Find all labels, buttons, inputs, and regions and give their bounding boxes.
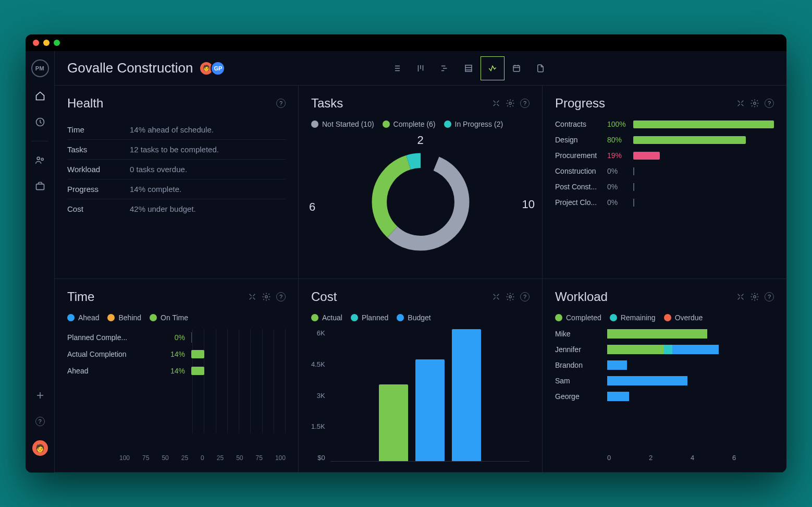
- gear-icon[interactable]: [506, 99, 515, 108]
- window-close-icon[interactable]: [33, 40, 39, 46]
- tasks-donut-chart: 2 6 10: [311, 136, 530, 268]
- help-icon[interactable]: ?: [765, 292, 774, 301]
- legend-label: In Progress (2): [455, 120, 503, 128]
- workload-name: Sam: [555, 377, 607, 385]
- legend-item[interactable]: Ahead: [67, 313, 99, 322]
- legend-item[interactable]: In Progress (2): [444, 120, 503, 128]
- add-icon[interactable]: [33, 388, 47, 403]
- gear-icon[interactable]: [506, 292, 515, 301]
- board-view-icon[interactable]: [409, 56, 433, 80]
- legend-item[interactable]: Actual: [311, 313, 342, 322]
- gantt-view-icon[interactable]: [433, 56, 457, 80]
- card-title: Health: [67, 96, 276, 111]
- app-window: PM ? 🧑 Go: [26, 34, 786, 473]
- workload-segment: [607, 376, 687, 385]
- workload-segment: [607, 392, 629, 401]
- workload-name: Brandon: [555, 361, 607, 369]
- progress-row: Procurement19%: [555, 151, 774, 160]
- axis-tick: 1.5K: [311, 422, 325, 430]
- user-avatar[interactable]: 🧑: [32, 440, 48, 456]
- help-icon[interactable]: ?: [276, 99, 286, 108]
- cost-bar-planned: [415, 359, 445, 461]
- health-row: Time14% ahead of schedule.: [67, 120, 286, 140]
- legend-label: On Time: [161, 313, 188, 322]
- time-label: Actual Completion: [67, 350, 156, 358]
- legend-item[interactable]: Budget: [397, 313, 430, 322]
- member-avatar[interactable]: GP: [211, 61, 225, 76]
- cost-bar-budget: [452, 329, 481, 461]
- legend-item[interactable]: Remaining: [610, 313, 656, 322]
- legend-dot-icon: [351, 314, 358, 321]
- health-row: Tasks12 tasks to be completed.: [67, 140, 286, 160]
- help-icon[interactable]: ?: [276, 292, 286, 301]
- legend-item[interactable]: Completed: [555, 313, 601, 322]
- workload-name: Jennifer: [555, 345, 607, 354]
- expand-icon[interactable]: [492, 293, 500, 301]
- sheet-view-icon[interactable]: [457, 56, 481, 80]
- window-maximize-icon[interactable]: [54, 40, 60, 46]
- tasks-card: Tasks ? Not Started (10)Complete (6)In P…: [299, 86, 543, 279]
- axis-tick: 4: [691, 454, 732, 462]
- legend-item[interactable]: Planned: [351, 313, 388, 322]
- progress-name: Project Clo...: [555, 198, 607, 207]
- gear-icon[interactable]: [750, 99, 759, 108]
- legend-dot-icon: [67, 314, 75, 321]
- progress-card: Progress ? Contracts100%Design80%Procure…: [543, 86, 786, 279]
- gear-icon[interactable]: [750, 292, 759, 301]
- workload-row: Brandon: [555, 360, 774, 370]
- help-icon[interactable]: ?: [765, 99, 774, 108]
- member-avatars[interactable]: 🧑 GP: [202, 61, 225, 76]
- project-title: Govalle Construction: [67, 60, 193, 76]
- files-view-icon[interactable]: [528, 56, 552, 80]
- portfolio-icon[interactable]: [33, 179, 47, 194]
- legend-label: Not Started (10): [322, 120, 374, 128]
- help-icon[interactable]: ?: [33, 414, 47, 429]
- legend-item[interactable]: Complete (6): [383, 120, 436, 128]
- time-bar: [191, 333, 286, 342]
- svg-point-10: [754, 102, 756, 105]
- recent-icon[interactable]: [33, 115, 47, 129]
- legend-label: Remaining: [621, 313, 656, 322]
- expand-icon[interactable]: [736, 99, 745, 107]
- project-header: Govalle Construction 🧑 GP: [55, 51, 786, 86]
- health-value: 42% under budget.: [130, 204, 196, 213]
- gear-icon[interactable]: [262, 292, 271, 301]
- home-icon[interactable]: [33, 89, 47, 103]
- legend-item[interactable]: Behind: [107, 313, 141, 322]
- workload-card: Workload ? CompletedRemainingOverdue Mik…: [543, 279, 786, 473]
- axis-tick: 2: [649, 454, 691, 462]
- progress-row: Design80%: [555, 136, 774, 144]
- time-row: Ahead14%: [67, 367, 286, 375]
- legend-dot-icon: [397, 314, 404, 321]
- dashboard-view-icon[interactable]: [481, 56, 505, 80]
- progress-name: Construction: [555, 167, 607, 175]
- progress-row: Post Const...0%: [555, 183, 774, 191]
- app-logo[interactable]: PM: [31, 59, 49, 77]
- list-view-icon[interactable]: [385, 56, 409, 80]
- window-minimize-icon[interactable]: [43, 40, 50, 46]
- legend-item[interactable]: Not Started (10): [311, 120, 374, 128]
- expand-icon[interactable]: [248, 293, 256, 301]
- card-title: Cost: [311, 289, 492, 304]
- health-value: 14% ahead of schedule.: [130, 125, 214, 134]
- legend-dot-icon: [311, 120, 318, 128]
- workload-name: Mike: [555, 330, 607, 338]
- legend-dot-icon: [383, 120, 390, 128]
- progress-name: Post Const...: [555, 183, 607, 191]
- legend-item[interactable]: Overdue: [664, 313, 703, 322]
- help-icon[interactable]: ?: [520, 99, 530, 108]
- legend-label: Ahead: [78, 313, 99, 322]
- workload-bar: [607, 360, 774, 370]
- legend-label: Complete (6): [393, 120, 436, 128]
- expand-icon[interactable]: [492, 99, 500, 107]
- health-label: Time: [67, 125, 130, 134]
- workload-segment: [664, 345, 672, 354]
- workload-segment: [672, 345, 719, 354]
- progress-pct: 100%: [607, 120, 633, 128]
- help-icon[interactable]: ?: [520, 292, 530, 301]
- axis-tick: 6K: [311, 329, 325, 337]
- legend-item[interactable]: On Time: [150, 313, 188, 322]
- expand-icon[interactable]: [736, 293, 745, 301]
- team-icon[interactable]: [33, 153, 47, 167]
- calendar-view-icon[interactable]: [505, 56, 528, 80]
